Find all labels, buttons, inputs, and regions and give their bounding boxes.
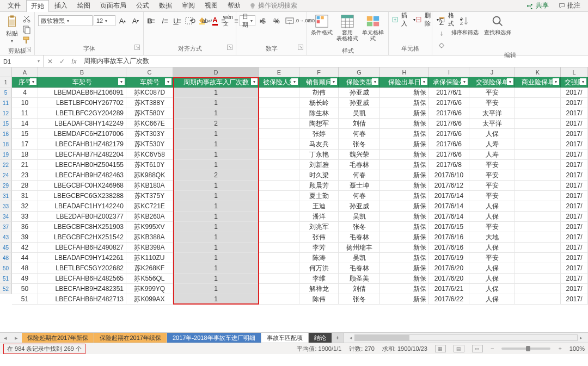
table-header[interactable]: 周期内事故车入厂次数: [173, 77, 259, 88]
cell[interactable]: LBEMDAFC6HZ107006: [38, 129, 126, 139]
filter-icon[interactable]: [421, 78, 427, 85]
cell[interactable]: 张冬: [339, 294, 380, 305]
row-headers[interactable]: 1511121516181922242931333437434548505152: [0, 77, 12, 332]
font-dialog-launcher[interactable]: ↘: [134, 45, 140, 50]
row-header[interactable]: 5: [0, 88, 12, 98]
cell[interactable]: [515, 98, 561, 108]
accept-formula-icon[interactable]: ✓: [58, 58, 66, 65]
cell[interactable]: 杨长岭: [299, 98, 339, 108]
row-header[interactable]: 50: [0, 263, 12, 274]
cell[interactable]: 刘倩: [339, 119, 380, 129]
cell[interactable]: LBEADAFC9HY142261: [38, 253, 126, 263]
cell[interactable]: 苏KT303Y: [126, 129, 173, 139]
cell[interactable]: LBEGCBFC0HX246968: [38, 181, 126, 191]
cell[interactable]: 新保: [380, 170, 429, 181]
view-page-icon[interactable]: ▤: [454, 345, 464, 352]
cell[interactable]: 人保: [469, 263, 515, 274]
cell[interactable]: 2017/6/6: [429, 129, 469, 139]
font-size-combo[interactable]: 12▾: [94, 15, 115, 26]
cell[interactable]: 太平洋: [469, 108, 515, 119]
copy-icon[interactable]: [22, 25, 31, 34]
menu-draw[interactable]: 绘图: [73, 0, 95, 11]
cell[interactable]: 新保: [380, 88, 429, 98]
cell[interactable]: 31: [12, 191, 38, 201]
spreadsheet-grid[interactable]: ABCDEFGHIJKL 151112151618192224293133343…: [0, 67, 588, 333]
cell[interactable]: 苏KC6V58: [126, 150, 173, 160]
cell[interactable]: [515, 274, 561, 284]
cell[interactable]: 2017/: [561, 119, 588, 129]
cell[interactable]: [515, 88, 561, 98]
cell[interactable]: [515, 201, 561, 212]
cell[interactable]: 新保: [380, 108, 429, 119]
cell[interactable]: 2017/: [561, 294, 588, 305]
cell[interactable]: 何春: [339, 129, 380, 139]
cancel-formula-icon[interactable]: ✕: [46, 58, 54, 65]
cell-styles-button[interactable]: 单元格样式: [361, 13, 385, 46]
cell[interactable]: 2017/6/6: [429, 139, 469, 150]
cell[interactable]: 2017/: [561, 150, 588, 160]
cell[interactable]: 孙亚威: [339, 201, 380, 212]
row-header[interactable]: 37: [0, 222, 12, 232]
cell[interactable]: 人保: [469, 274, 515, 284]
row-header[interactable]: 24: [0, 170, 12, 181]
col-header-G[interactable]: G: [339, 67, 380, 77]
align-top-icon[interactable]: ≡: [147, 15, 159, 26]
filter-icon[interactable]: [118, 78, 125, 85]
fill-icon[interactable]: ↓: [436, 27, 448, 38]
cell[interactable]: [515, 181, 561, 191]
cell[interactable]: 平安: [469, 253, 515, 263]
cell[interactable]: [515, 253, 561, 263]
sheet-tab-1[interactable]: 保险起期在2017年续保: [94, 333, 167, 343]
cell[interactable]: 时久梁: [299, 170, 339, 181]
row-header[interactable]: 48: [0, 253, 12, 263]
cell[interactable]: [259, 181, 299, 191]
cell[interactable]: 陈伟: [299, 294, 339, 305]
cell[interactable]: 解祥龙: [299, 284, 339, 294]
cell[interactable]: 2017/6/1: [429, 88, 469, 98]
cell[interactable]: 50: [12, 284, 38, 294]
cell[interactable]: [259, 129, 299, 139]
table-header[interactable]: 保险类型: [339, 77, 380, 88]
cell[interactable]: 33: [12, 212, 38, 222]
menu-formulas[interactable]: 公式: [132, 0, 154, 11]
cell[interactable]: 人保: [469, 243, 515, 253]
cell[interactable]: 苏KC721E: [126, 201, 173, 212]
cell[interactable]: 新保: [380, 150, 429, 160]
comments-button[interactable]: 批注: [554, 0, 585, 11]
cell[interactable]: 苏K999YQ: [126, 284, 173, 294]
cell[interactable]: 新保: [380, 284, 429, 294]
orientation-icon[interactable]: ⟲: [186, 15, 198, 26]
cell[interactable]: 2017/6/14: [429, 191, 469, 201]
cell[interactable]: 2017/6/20: [429, 274, 469, 284]
cell[interactable]: 1: [173, 191, 259, 201]
cell[interactable]: 吴凯: [339, 212, 380, 222]
col-header-J[interactable]: J: [469, 67, 515, 77]
cell[interactable]: 2017/6/16: [429, 232, 469, 243]
cell[interactable]: 人保: [469, 212, 515, 222]
cell[interactable]: 吴凯: [339, 253, 380, 263]
menu-data[interactable]: 数据: [155, 0, 176, 11]
filter-icon[interactable]: [507, 78, 513, 85]
row-header[interactable]: 18: [0, 139, 12, 150]
cell[interactable]: 2017/6/12: [429, 181, 469, 191]
cell[interactable]: 2017/6/6: [429, 119, 469, 129]
find-select-button[interactable]: 查找和选择: [482, 13, 513, 46]
row-header[interactable]: 43: [0, 232, 12, 243]
row-header[interactable]: 19: [0, 150, 12, 160]
cell[interactable]: [259, 201, 299, 212]
cell[interactable]: 39: [12, 232, 38, 243]
cell[interactable]: [259, 212, 299, 222]
cut-icon[interactable]: [22, 14, 31, 23]
cell[interactable]: 49: [12, 274, 38, 284]
cell[interactable]: 陈生林: [299, 108, 339, 119]
cell[interactable]: 新保: [380, 253, 429, 263]
cell[interactable]: 2017/6/14: [429, 201, 469, 212]
autosum-icon[interactable]: ∑: [436, 15, 448, 26]
cell[interactable]: 新保: [380, 201, 429, 212]
cell[interactable]: 苏KT388Y: [126, 98, 173, 108]
number-format-combo[interactable]: 日期▾: [240, 15, 255, 26]
cell[interactable]: LBETLBFC5GY202682: [38, 263, 126, 274]
cell[interactable]: 苏K556QL: [126, 274, 173, 284]
cell[interactable]: 平安: [469, 98, 515, 108]
cell[interactable]: 潘洋: [299, 212, 339, 222]
